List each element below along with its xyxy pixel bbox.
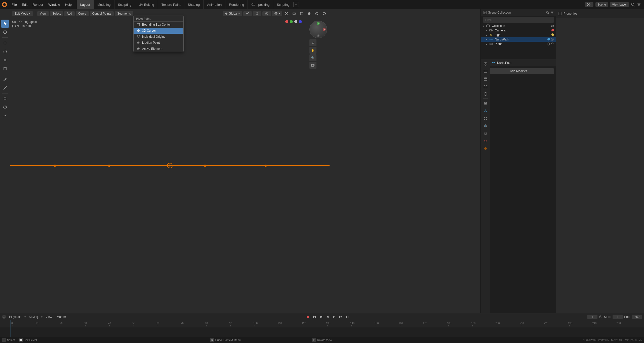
outliner-camera[interactable]: ▸ Camera (481, 28, 556, 33)
props-physics-icon-btn[interactable] (482, 122, 489, 129)
play-reverse-btn[interactable] (325, 314, 330, 320)
pivot-point-button[interactable]: ▾ (272, 11, 282, 16)
marker-menu[interactable]: Marker (55, 315, 67, 319)
grid-view-btn[interactable]: ⊞ (309, 39, 316, 46)
control-point-4[interactable] (265, 165, 267, 167)
proportional-edit-toggle[interactable] (262, 11, 271, 16)
tool-transform[interactable] (1, 65, 9, 73)
step-forward-btn[interactable] (338, 314, 343, 320)
timeline-icon-btn[interactable] (2, 315, 6, 319)
props-modifier-icon-btn[interactable] (482, 107, 489, 114)
menu-render[interactable]: Render (30, 0, 46, 9)
jump-to-start-btn[interactable] (312, 314, 317, 320)
outliner-search-icon[interactable] (546, 11, 549, 14)
tab-uv-editing[interactable]: UV Editing (135, 0, 158, 9)
jump-to-end-btn[interactable] (344, 314, 350, 320)
gizmo-y-axis[interactable]: Y (317, 22, 320, 25)
tool-rotate[interactable] (1, 47, 9, 56)
tab-shading[interactable]: Shading (184, 0, 204, 9)
tool-measure[interactable] (1, 84, 9, 92)
props-material-icon-btn[interactable] (482, 145, 489, 152)
tool-extrude[interactable] (1, 95, 9, 103)
props-output-icon-btn[interactable] (482, 68, 489, 75)
tab-scripting[interactable]: Scripting (273, 0, 293, 9)
current-frame-display[interactable]: 1 (587, 315, 597, 319)
eye-icon[interactable] (551, 24, 554, 27)
tool-tilt[interactable] (1, 112, 9, 120)
pivot-3d-cursor[interactable]: 3D Cursor (134, 28, 183, 34)
end-frame-input[interactable]: 250 (632, 315, 642, 319)
menu-file[interactable]: File (9, 0, 19, 9)
select-menu[interactable]: Select (50, 11, 63, 16)
control-point-1[interactable] (54, 165, 56, 167)
xray-toggle[interactable] (291, 10, 297, 17)
blender-logo[interactable] (0, 0, 9, 9)
curve-menu[interactable]: Curve (76, 11, 89, 16)
filter-icon[interactable] (637, 3, 641, 7)
snap-toggle[interactable] (253, 11, 261, 16)
hand-tool-btn[interactable]: ✋ (309, 47, 316, 54)
add-workspace-tab-button[interactable]: + (293, 2, 299, 7)
menu-window[interactable]: Window (46, 0, 62, 9)
tab-compositing[interactable]: Compositing (248, 0, 273, 9)
menu-help[interactable]: Help (62, 0, 74, 9)
camera-view-btn[interactable] (309, 62, 316, 69)
outliner-light[interactable]: ▸ Light (481, 33, 556, 37)
add-menu[interactable]: Add (64, 11, 74, 16)
view-layer-selector[interactable]: View Layer (610, 2, 629, 7)
tool-cursor[interactable] (1, 28, 9, 36)
control-point-2[interactable] (108, 165, 110, 167)
tab-sculpting[interactable]: Sculpting (114, 0, 135, 9)
material-preview-btn[interactable] (313, 10, 320, 17)
control-points-menu[interactable]: Control Points (90, 11, 114, 16)
tool-annotate[interactable] (1, 75, 9, 83)
keying-menu[interactable]: Keying (27, 315, 40, 319)
outliner-nurbspath[interactable]: ▸ NurbsPath (481, 37, 556, 42)
view-menu[interactable]: View (37, 11, 49, 16)
main-viewport[interactable]: User Orthographic (1) NurbsPath Y X -Z ⊞… (10, 18, 330, 313)
props-constraints-icon-btn[interactable] (482, 130, 489, 137)
solid-mode-btn[interactable] (306, 10, 312, 17)
props-object-icon-btn[interactable] (482, 100, 489, 107)
tool-move[interactable] (1, 39, 9, 47)
pivot-individual-origins[interactable]: Individual Origins (134, 34, 183, 40)
props-scene-icon-btn[interactable] (482, 83, 489, 90)
tab-animation[interactable]: Animation (204, 0, 225, 9)
scene-selector[interactable]: Scene (595, 2, 608, 7)
pivot-bounding-box[interactable]: Bounding Box Center (134, 22, 183, 28)
props-world-icon-btn[interactable] (482, 90, 489, 97)
zoom-btn[interactable]: 🔍 (309, 54, 316, 61)
transform-space-selector[interactable]: ⊕ Global ▾ (223, 11, 242, 16)
nav-gizmo[interactable]: Y X -Z (309, 21, 327, 38)
step-back-btn[interactable] (318, 314, 324, 320)
props-render-icon-btn[interactable] (482, 60, 489, 67)
add-modifier-button[interactable]: Add Modifier (483, 68, 554, 74)
gizmo-neg-z-axis[interactable]: -Z (317, 34, 319, 37)
record-btn[interactable] (305, 314, 311, 320)
restrict-render-icon[interactable] (551, 38, 554, 41)
wireframe-mode-btn[interactable] (298, 10, 305, 17)
tab-texture-paint[interactable]: Texture Paint (158, 0, 184, 9)
props-data-icon-btn[interactable] (482, 137, 489, 144)
tool-scale[interactable] (1, 56, 9, 64)
view-menu[interactable]: View (44, 315, 54, 319)
play-btn[interactable] (331, 314, 337, 320)
rendered-mode-btn[interactable] (321, 10, 328, 17)
control-point-3[interactable] (204, 165, 206, 167)
search-icon[interactable] (631, 3, 635, 7)
plane-render-icon[interactable] (551, 42, 554, 45)
outliner-search-bar[interactable]: Filter... (483, 17, 554, 23)
mode-selector[interactable]: Edit Mode ▾ (12, 11, 33, 16)
props-particles-icon-btn[interactable] (482, 115, 489, 122)
transform-orientation-btn[interactable] (243, 11, 252, 16)
outliner-filter-icon[interactable] (550, 11, 554, 14)
start-frame-input[interactable]: 1 (613, 315, 623, 319)
tab-layout[interactable]: Layout (77, 0, 94, 9)
render-engine-selector[interactable] (585, 2, 593, 7)
outliner-scene-collection[interactable]: ▾ Collection (481, 24, 556, 28)
tool-radius[interactable] (1, 103, 9, 111)
viewport-overlays-toggle[interactable] (283, 10, 290, 17)
tab-rendering[interactable]: Rendering (225, 0, 248, 9)
outliner-plane[interactable]: ▸ Plane (481, 42, 556, 46)
tool-select[interactable] (1, 20, 9, 28)
